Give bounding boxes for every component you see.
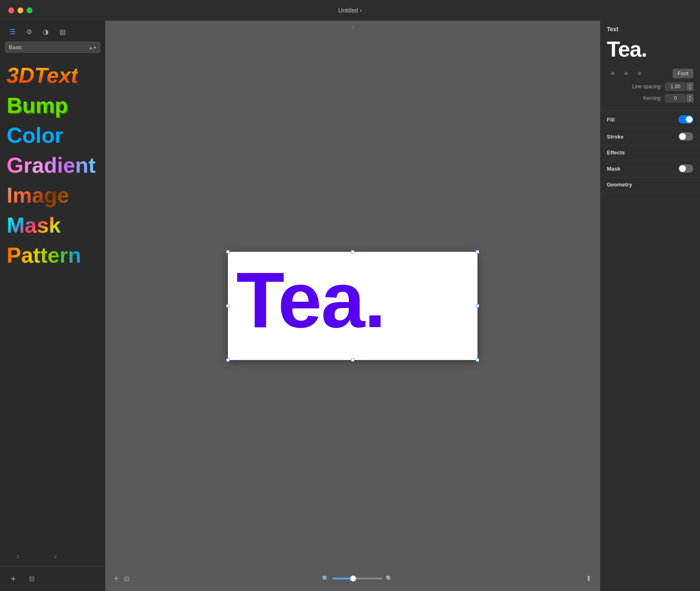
share-button[interactable]: ⬆ [586, 574, 592, 583]
list-icon: ☰ [10, 28, 15, 36]
line-spacing-stepper: ▲ ▼ [687, 82, 693, 91]
kerning-down-button[interactable]: ▼ [687, 98, 693, 102]
fill-toggle-knob [686, 116, 693, 123]
kerning-value: ▲ ▼ [665, 94, 693, 102]
annotation-1: 1 [17, 554, 19, 559]
style-pattern-label: Pattern [7, 243, 81, 268]
grid-icon: ⊟ [29, 575, 35, 583]
panel-title: Text [607, 26, 693, 32]
geometry-row: Geometry [600, 177, 700, 192]
kerning-input[interactable] [665, 94, 686, 102]
minimize-button[interactable] [17, 7, 23, 13]
line-spacing-row: Line spacing: ▲ ▼ [607, 82, 693, 91]
stroke-toggle[interactable] [678, 132, 693, 141]
toolbar-layers-btn[interactable]: ▤ [55, 25, 70, 38]
line-spacing-input[interactable] [665, 82, 686, 91]
list-item[interactable]: Pattern [0, 240, 105, 270]
list-item[interactable]: Color [0, 120, 105, 150]
selection-handle-mr [476, 304, 479, 308]
close-button[interactable] [8, 7, 14, 13]
maximize-button[interactable] [27, 7, 32, 13]
line-spacing-value: ▲ ▼ [665, 82, 693, 91]
list-item[interactable]: Mask [0, 210, 105, 240]
fill-toggle[interactable] [678, 115, 693, 124]
font-button[interactable]: Font [673, 69, 693, 78]
align-left-icon: ≡ [611, 70, 614, 77]
stroke-toggle-row: Stroke [600, 128, 700, 145]
sidebar-dropdown-wrapper[interactable]: Basic Advanced Custom ▲▼ [5, 42, 100, 53]
stroke-toggle-knob [679, 133, 686, 140]
list-item[interactable]: 3DText [0, 60, 105, 90]
window-title: Untitled [338, 7, 358, 14]
align-center-button[interactable]: ≡ [620, 68, 632, 78]
footer-right: ⬆ [586, 574, 592, 583]
list-item[interactable]: Bump [0, 90, 105, 120]
zoom-controls: 🔍 🔍 [322, 575, 393, 582]
effects-row: Effects [600, 145, 700, 160]
text-preview: Tea. [607, 37, 693, 62]
selection-handle-bm [351, 358, 354, 362]
align-right-button[interactable]: ≡ [633, 68, 645, 78]
align-left-button[interactable]: ≡ [607, 68, 618, 78]
selection-handle-tr [476, 250, 479, 253]
zoom-slider[interactable] [332, 578, 382, 579]
kerning-row: Kerning: ▲ ▼ [607, 94, 693, 102]
list-item[interactable]: Image [0, 180, 105, 210]
fill-label: Fill [607, 117, 678, 123]
effects-label: Effects [607, 149, 693, 156]
line-spacing-down-button[interactable]: ▼ [687, 87, 693, 91]
selection-handle-bl [226, 358, 230, 362]
gear-icon: ⚙ [26, 28, 32, 36]
selection-handle-ml [226, 304, 230, 308]
window-title-group[interactable]: Untitled ▾ [338, 7, 361, 14]
annotation-2: 2 [54, 554, 57, 559]
geometry-label: Geometry [607, 181, 693, 188]
grid-view-button[interactable]: ⊟ [25, 572, 38, 586]
mask-toggle-row: Mask [600, 160, 700, 177]
sidebar-toolbar: ☰ ⚙ ◑ ▤ [0, 21, 105, 42]
style-image-label: Image [7, 183, 69, 208]
style-mask-label: Mask [7, 213, 61, 238]
canvas-add-button[interactable]: + [114, 573, 119, 584]
align-center-icon: ≡ [624, 70, 628, 77]
canvas-text[interactable]: Tea. [236, 260, 385, 339]
toolbar-circle-btn[interactable]: ◑ [38, 25, 53, 38]
zoom-out-icon[interactable]: 🔍 [322, 575, 329, 582]
zoom-in-icon[interactable]: 🔍 [386, 575, 393, 582]
fill-toggle-row: Fill [600, 111, 700, 128]
line-spacing-up-button[interactable]: ▲ [687, 82, 693, 87]
style-bump-label: Bump [7, 93, 68, 118]
style-color-label: Color [7, 123, 63, 148]
selection-handle-br [476, 358, 479, 362]
style-gradient-label: Gradient [7, 153, 96, 178]
add-button[interactable]: + [7, 572, 20, 586]
main-layout: ☰ ⚙ ◑ ▤ Basic Advanced Custom ▲▼ [0, 21, 700, 591]
right-panel: 4 5 Text Tea. ≡ ≡ ≡ Font Line spacing: [600, 21, 700, 591]
mask-toggle-knob [679, 165, 686, 172]
selection-handle-tm [351, 250, 354, 253]
panel-text-section: Text Tea. ≡ ≡ ≡ Font Line spacing: [600, 21, 700, 111]
titlebar: Untitled ▾ [0, 0, 700, 21]
canvas-footer: + ⊟ 🔍 🔍 8 ⬆ 9 [105, 566, 600, 591]
mask-toggle[interactable] [678, 164, 693, 173]
stroke-label: Stroke [607, 134, 678, 140]
kerning-up-button[interactable]: ▲ [687, 94, 693, 98]
toolbar-settings-btn[interactable]: ⚙ [22, 25, 37, 38]
document-canvas[interactable]: Tea. [228, 252, 477, 360]
style-category-select[interactable]: Basic Advanced Custom [5, 42, 100, 53]
title-chevron-icon: ▾ [360, 8, 362, 13]
align-right-icon: ≡ [638, 70, 641, 77]
window-controls [8, 7, 32, 13]
footer-left: + ⊟ [114, 573, 129, 584]
plus-icon: + [11, 574, 16, 584]
layers-icon: ▤ [59, 28, 66, 36]
toolbar-list-btn[interactable]: ☰ [5, 25, 20, 38]
selection-handle-tl [226, 250, 230, 253]
list-item[interactable]: Gradient [0, 150, 105, 180]
line-spacing-label: Line spacing: [607, 84, 665, 89]
style-list: 3DText Bump Color Gradient Image Mask Pa… [0, 57, 105, 566]
canvas-grid-button[interactable]: ⊟ [124, 575, 129, 583]
circle-half-icon: ◑ [43, 28, 49, 36]
alignment-row: ≡ ≡ ≡ Font [607, 68, 693, 78]
kerning-label: Kerning: [607, 95, 665, 101]
